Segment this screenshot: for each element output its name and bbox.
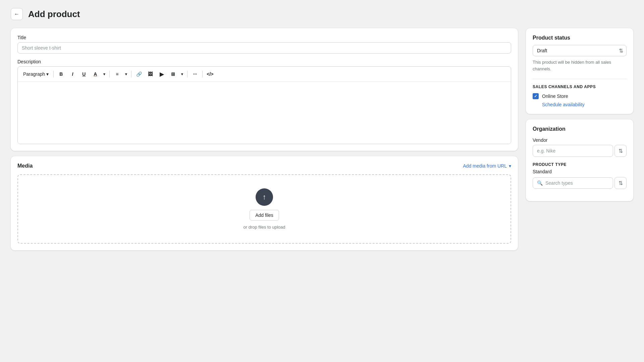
page-title: Add product [28,9,80,19]
schedule-availability-link[interactable]: Schedule availability [542,102,585,107]
divider-5 [202,71,203,77]
product-status-card: Product status Draft Active ⇅ This produ… [526,28,633,114]
product-details-card: Title Description Paragraph ▾ B [11,28,518,151]
add-media-from-url-button[interactable]: Add media from URL ▾ [463,163,511,169]
organization-card: Organization Vendor ⇅ PRODUCT TYPE Stand… [526,119,633,201]
upload-hint: or drop files to upload [243,225,285,230]
vendor-label: Vendor [533,137,627,143]
product-status-title: Product status [533,35,627,41]
table-dropdown[interactable]: ▾ [179,69,185,79]
upload-icon: ↑ [256,188,273,206]
editor-toolbar: Paragraph ▾ B I [18,67,511,82]
status-select-wrapper: Draft Active ⇅ [533,45,627,56]
text-color-dropdown[interactable]: ▾ [101,69,107,79]
title-input[interactable] [17,42,511,54]
right-column: Product status Draft Active ⇅ This produ… [526,28,633,201]
product-type-field: PRODUCT TYPE Standard 🔍 ⇅ [533,162,627,189]
search-types-dropdown-button[interactable]: ⇅ [614,177,627,189]
paragraph-dropdown-arrow: ▾ [46,71,49,77]
product-type-label: PRODUCT TYPE [533,162,627,167]
description-editor-body[interactable] [18,82,511,144]
bold-button[interactable]: B [56,69,66,79]
description-label: Description [17,59,511,64]
main-content: Title Description Paragraph ▾ B [11,28,633,250]
table-button[interactable]: ⊞ [168,69,178,79]
divider-1 [53,71,54,77]
online-store-checkbox[interactable] [533,93,539,99]
media-header: Media Add media from URL ▾ [17,163,511,169]
divider-2 [109,71,110,77]
align-button[interactable]: ≡ [112,69,122,79]
status-select[interactable]: Draft Active [533,45,627,56]
status-description: This product will be hidden from all sal… [533,59,627,72]
link-button[interactable]: 🔗 [133,69,144,79]
page-header: ← Add product [11,8,633,20]
paragraph-dropdown[interactable]: Paragraph ▾ [20,70,51,78]
search-types-input[interactable] [545,180,609,186]
italic-button[interactable]: I [67,69,78,79]
code-view-button[interactable]: </> [205,69,215,79]
add-files-button[interactable]: Add files [250,210,279,221]
paragraph-label: Paragraph [23,71,45,77]
vendor-dropdown-button[interactable]: ⇅ [614,145,627,157]
vendor-input-wrapper: ⇅ [533,145,627,157]
channel-item: Online Store [533,93,627,99]
search-icon: 🔍 [537,180,543,186]
upload-zone[interactable]: ↑ Add files or drop files to upload [17,174,511,244]
search-types-wrapper: 🔍 ⇅ [533,177,627,189]
add-media-dropdown-icon: ▾ [509,163,511,169]
title-label: Title [17,35,511,40]
channel-label: Online Store [542,94,568,99]
media-card: Media Add media from URL ▾ ↑ Add files o… [11,156,518,250]
more-button[interactable]: ··· [190,69,200,79]
sales-channels-title: SALES CHANNELS AND APPS [533,84,627,89]
video-button[interactable]: ▶ [156,69,167,79]
product-type-value: Standard [533,169,627,174]
back-button[interactable]: ← [11,8,23,20]
text-color-button[interactable]: A [90,69,101,79]
media-title: Media [17,163,33,169]
vendor-field: Vendor ⇅ [533,137,627,157]
divider-4 [187,71,187,77]
align-dropdown[interactable]: ▾ [123,69,129,79]
search-types-input-box[interactable]: 🔍 [533,177,613,189]
image-button[interactable]: 🖼 [145,69,156,79]
divider-3 [131,71,131,77]
left-column: Title Description Paragraph ▾ B [11,28,518,250]
organization-title: Organization [533,126,627,132]
vendor-input[interactable] [533,145,613,157]
underline-button[interactable]: U [78,69,89,79]
description-editor: Paragraph ▾ B I [17,66,511,144]
